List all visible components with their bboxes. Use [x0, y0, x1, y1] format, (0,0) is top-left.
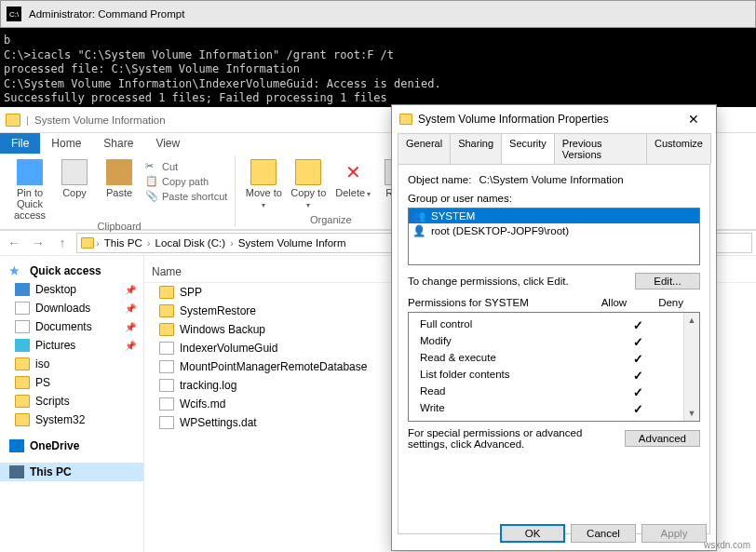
move-to-button[interactable]: Move to ▾	[243, 159, 284, 209]
check-icon: ✓	[619, 402, 656, 416]
change-permissions-text: To change permissions, click Edit.	[408, 276, 628, 287]
deny-header: Deny	[658, 297, 683, 308]
check-icon: ✓	[619, 318, 656, 332]
dialog-titlebar[interactable]: System Volume Information Properties ✕	[392, 105, 716, 133]
nav-this-pc[interactable]: This PC	[0, 463, 143, 481]
folder-icon	[6, 114, 20, 127]
folder-icon	[81, 237, 94, 249]
user-icon: 👤	[412, 224, 427, 237]
apply-button[interactable]: Apply	[641, 524, 707, 543]
copy-to-button[interactable]: Copy to ▾	[288, 159, 329, 209]
nav-onedrive[interactable]: OneDrive	[0, 437, 143, 455]
object-name-value: C:\System Volume Information	[479, 174, 623, 185]
nav-scripts[interactable]: Scripts	[0, 392, 143, 411]
tab-home[interactable]: Home	[40, 133, 92, 154]
check-icon: ✓	[619, 335, 656, 349]
file-icon	[159, 397, 174, 411]
cancel-button[interactable]: Cancel	[571, 524, 636, 543]
navigation-pane[interactable]: ★Quick access Desktop📌 Downloads📌 Docume…	[0, 256, 144, 552]
file-name: MountPointManagerRemoteDatabase	[180, 360, 367, 373]
check-icon: ✓	[619, 385, 656, 399]
file-name: Windows Backup	[180, 323, 265, 336]
nav-pictures[interactable]: Pictures📌	[0, 336, 143, 355]
properties-dialog: System Volume Information Properties ✕ G…	[391, 104, 717, 551]
file-icon	[159, 416, 174, 429]
cmd-titlebar[interactable]: C:\ Administrator: Command Prompt	[0, 0, 756, 28]
copy-path-button[interactable]: 📋Copy path	[143, 174, 229, 189]
delete-button[interactable]: ✕Delete ▾	[332, 159, 373, 198]
tab-general[interactable]: General	[398, 133, 451, 164]
nav-iso[interactable]: iso	[0, 355, 143, 373]
cut-button[interactable]: ✂Cut	[143, 159, 229, 174]
scroll-down-icon[interactable]: ▼	[684, 406, 699, 421]
watermark: wsxdn.com	[704, 540, 750, 550]
tab-share[interactable]: Share	[92, 133, 144, 154]
tab-previous-versions[interactable]: Previous Versions	[554, 133, 647, 164]
folder-icon	[159, 304, 174, 317]
nav-up-button[interactable]: ↑	[52, 233, 73, 253]
nav-back-button[interactable]: ←	[4, 233, 24, 253]
file-icon	[159, 342, 174, 355]
permission-row: Write✓	[414, 400, 694, 417]
folder-icon	[159, 286, 174, 299]
advanced-button[interactable]: Advanced	[625, 430, 700, 447]
users-icon: 👥	[412, 209, 427, 222]
group-system[interactable]: 👥SYSTEM	[409, 209, 699, 223]
edit-button[interactable]: Edit...	[635, 273, 700, 289]
permission-row: Read✓	[414, 384, 694, 400]
file-name: Wcifs.md	[180, 397, 225, 411]
pin-button[interactable]: Pin to Quick access	[9, 159, 50, 221]
permissions-for-label: Permissions for SYSTEM	[408, 297, 529, 308]
check-icon: ✓	[619, 352, 656, 366]
permission-row: List folder contents✓	[414, 367, 694, 384]
crumb-local-disk[interactable]: Local Disk (C:)	[153, 237, 228, 249]
group-root[interactable]: 👤root (DESKTOP-JOPF9\root)	[409, 223, 699, 238]
special-permissions-text: For special permissions or advanced sett…	[408, 427, 615, 450]
permission-row: Modify✓	[414, 333, 694, 350]
copy-button[interactable]: Copy	[54, 159, 95, 198]
tab-sharing[interactable]: Sharing	[450, 133, 502, 164]
file-name: SPP	[180, 286, 202, 299]
allow-header: Allow	[601, 297, 627, 308]
check-icon: ✓	[619, 369, 656, 383]
tab-file[interactable]: File	[0, 133, 40, 154]
dialog-tabs: General Sharing Security Previous Versio…	[392, 133, 716, 164]
file-name: WPSettings.dat	[180, 416, 257, 429]
paste-button[interactable]: Paste	[99, 159, 140, 198]
cmd-title-text: Administrator: Command Prompt	[29, 8, 184, 20]
file-icon	[159, 379, 174, 392]
close-button[interactable]: ✕	[679, 112, 709, 127]
nav-documents[interactable]: Documents📌	[0, 317, 143, 336]
cmd-output[interactable]: b C:\>icacls "C:\System Volume Informati…	[0, 28, 756, 115]
tab-security[interactable]: Security	[501, 133, 555, 164]
nav-system32[interactable]: System32	[0, 411, 143, 429]
nav-ps[interactable]: PS	[0, 373, 143, 392]
dialog-title-text: System Volume Information Properties	[418, 113, 609, 126]
object-name-label: Object name:	[408, 174, 471, 185]
folder-icon	[399, 114, 412, 125]
file-name: SystemRestore	[180, 304, 256, 317]
file-icon	[159, 360, 174, 373]
crumb-this-pc[interactable]: This PC	[101, 237, 145, 249]
tab-view[interactable]: View	[144, 133, 191, 154]
file-name: IndexerVolumeGuid	[180, 342, 277, 355]
scrollbar[interactable]: ▲ ▼	[683, 313, 699, 421]
ok-button[interactable]: OK	[500, 524, 565, 543]
group-user-list[interactable]: 👥SYSTEM 👤root (DESKTOP-JOPF9\root)	[408, 208, 700, 265]
explorer-title-text: System Volume Information	[34, 114, 166, 126]
permission-row: Full control✓	[414, 316, 694, 333]
command-prompt-window: C:\ Administrator: Command Prompt b C:\>…	[0, 0, 756, 115]
paste-shortcut-button[interactable]: 📎Paste shortcut	[143, 189, 229, 204]
crumb-svi[interactable]: System Volume Inform	[236, 237, 349, 249]
permissions-list[interactable]: Full control✓Modify✓Read & execute✓List …	[408, 312, 700, 422]
file-name: tracking.log	[180, 379, 236, 392]
nav-downloads[interactable]: Downloads📌	[0, 299, 143, 317]
tab-customize[interactable]: Customize	[646, 133, 711, 164]
nav-forward-button[interactable]: →	[28, 233, 48, 253]
nav-desktop[interactable]: Desktop📌	[0, 280, 143, 299]
cmd-icon: C:\	[7, 7, 21, 21]
groups-label: Group or user names:	[408, 193, 700, 204]
scroll-up-icon[interactable]: ▲	[684, 313, 699, 328]
folder-icon	[159, 323, 174, 336]
nav-quick-access[interactable]: ★Quick access	[0, 262, 143, 280]
